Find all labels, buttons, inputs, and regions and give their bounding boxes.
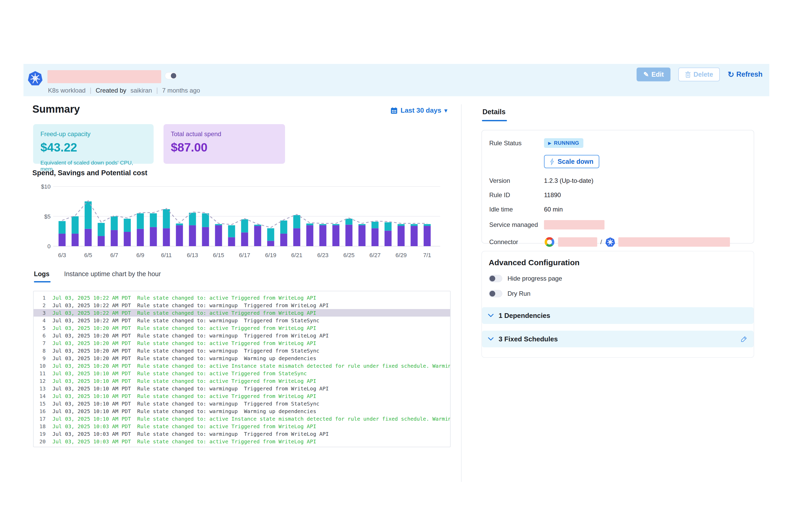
dry-run-toggle-row: Dry Run xyxy=(489,290,754,297)
hide-progress-label: Hide progress page xyxy=(508,275,562,282)
log-message: Jul 03, 2025 10:22 AM PDT Rule state cha… xyxy=(52,310,316,316)
dry-run-label: Dry Run xyxy=(508,290,530,297)
date-range-filter[interactable]: Last 30 days ▾ xyxy=(391,107,447,114)
column-divider xyxy=(461,104,461,482)
tab-uptime-chart[interactable]: Instance uptime chart by the hour xyxy=(64,270,161,278)
log-row[interactable]: 1Jul 03, 2025 10:22 AM PDT Rule state ch… xyxy=(34,294,450,302)
log-line-number: 7 xyxy=(34,340,46,346)
fixed-schedules-expander[interactable]: 3 Fixed Schedules xyxy=(482,331,754,347)
log-message: Jul 03, 2025 10:10 AM PDT Rule state cha… xyxy=(52,370,307,377)
connector-row: Connector / xyxy=(489,236,746,247)
created-by-label: Created by xyxy=(96,87,126,94)
edit-button-label: Edit xyxy=(651,71,664,78)
log-line-number: 14 xyxy=(34,393,46,399)
log-line-number: 3 xyxy=(34,310,46,316)
created-by-user: saikiran xyxy=(130,87,152,94)
log-row[interactable]: 5Jul 03, 2025 10:20 AM PDT Rule state ch… xyxy=(34,324,450,332)
log-row[interactable]: 15Jul 03, 2025 10:10 AM PDT Rule state c… xyxy=(34,400,450,407)
kubernetes-icon xyxy=(27,71,43,86)
log-row[interactable]: 11Jul 03, 2025 10:10 AM PDT Rule state c… xyxy=(34,369,450,377)
log-list[interactable]: 1Jul 03, 2025 10:22 AM PDT Rule state ch… xyxy=(33,291,451,447)
scale-down-button[interactable]: Scale down xyxy=(544,155,599,168)
refresh-button[interactable]: ↻ Refresh xyxy=(727,70,762,79)
tab-details[interactable]: Details xyxy=(482,108,506,116)
tab-logs[interactable]: Logs xyxy=(34,270,50,278)
log-line-number: 4 xyxy=(34,317,46,324)
hide-progress-toggle-row: Hide progress page xyxy=(489,275,754,282)
total-actual-spend-card: Total actual spend $87.00 xyxy=(164,124,285,164)
svg-text:6/15: 6/15 xyxy=(213,252,224,259)
version-label: Version xyxy=(489,177,544,184)
log-row[interactable]: 8Jul 03, 2025 10:20 AM PDT Rule state ch… xyxy=(34,347,450,355)
log-line-number: 1 xyxy=(34,295,46,301)
scale-down-row: Scale down xyxy=(489,155,746,168)
log-row[interactable]: 6Jul 03, 2025 10:20 AM PDT Rule state ch… xyxy=(34,332,450,339)
idle-time-value: 60 min xyxy=(544,206,563,213)
bolt-icon xyxy=(550,158,554,165)
log-row[interactable]: 3Jul 03, 2025 10:22 AM PDT Rule state ch… xyxy=(34,309,450,317)
log-message: Jul 03, 2025 10:22 AM PDT Rule state cha… xyxy=(52,295,316,301)
left-tabs: Logs Instance uptime chart by the hour xyxy=(34,270,161,278)
log-row[interactable]: 18Jul 03, 2025 10:03 AM PDT Rule state c… xyxy=(34,422,450,430)
log-line-number: 19 xyxy=(34,431,46,437)
card-value: $43.22 xyxy=(40,140,146,154)
log-row[interactable]: 14Jul 03, 2025 10:10 AM PDT Rule state c… xyxy=(34,392,450,400)
separator: | xyxy=(156,86,158,94)
log-line-number: 20 xyxy=(34,438,46,445)
log-row[interactable]: 20Jul 03, 2025 10:03 AM PDT Rule state c… xyxy=(34,438,450,445)
log-row[interactable]: 9Jul 03, 2025 10:20 AM PDT Rule state ch… xyxy=(34,355,450,362)
kubernetes-icon xyxy=(605,237,615,247)
edit-button[interactable]: ✎ Edit xyxy=(636,68,670,81)
svg-text:6/19: 6/19 xyxy=(265,252,277,259)
gcp-icon xyxy=(544,236,555,247)
dependencies-expander[interactable]: 1 Dependencies xyxy=(482,307,754,324)
pencil-icon: ✎ xyxy=(643,71,649,78)
details-tab-underline xyxy=(482,120,507,121)
svg-text:6/13: 6/13 xyxy=(187,252,198,259)
service-managed-redacted xyxy=(544,220,605,229)
log-row[interactable]: 7Jul 03, 2025 10:20 AM PDT Rule state ch… xyxy=(34,339,450,347)
card-value: $87.00 xyxy=(171,140,278,154)
log-row[interactable]: 2Jul 03, 2025 10:22 AM PDT Rule state ch… xyxy=(34,302,450,309)
log-row[interactable]: 12Jul 03, 2025 10:10 AM PDT Rule state c… xyxy=(34,377,450,385)
log-row[interactable]: 17Jul 03, 2025 10:10 AM PDT Rule state c… xyxy=(34,415,450,422)
connector-label: Connector xyxy=(489,239,544,246)
log-row[interactable]: 13Jul 03, 2025 10:10 AM PDT Rule state c… xyxy=(34,385,450,392)
toggle-knob xyxy=(171,73,176,78)
connector-cluster-redacted xyxy=(618,237,730,247)
running-status-badge: ▶ RUNNING xyxy=(544,138,583,148)
running-status-text: RUNNING xyxy=(554,140,579,146)
workload-title-redacted xyxy=(48,70,161,83)
workload-toggle[interactable] xyxy=(165,72,177,79)
separator: | xyxy=(90,86,92,94)
log-row[interactable]: 4Jul 03, 2025 10:22 AM PDT Rule state ch… xyxy=(34,317,450,324)
toggle-knob xyxy=(490,276,495,281)
log-message: Jul 03, 2025 10:03 AM PDT Rule state cha… xyxy=(52,431,329,437)
log-row[interactable]: 10Jul 03, 2025 10:20 AM PDT Rule state c… xyxy=(34,362,450,369)
svg-text:6/17: 6/17 xyxy=(239,252,250,259)
log-row[interactable]: 19Jul 03, 2025 10:03 AM PDT Rule state c… xyxy=(34,430,450,438)
refresh-icon: ↻ xyxy=(727,70,734,79)
dry-run-toggle[interactable] xyxy=(489,290,502,297)
log-message: Jul 03, 2025 10:20 AM PDT Rule state cha… xyxy=(52,348,320,354)
edit-pencil-icon[interactable] xyxy=(741,336,747,342)
log-message: Jul 03, 2025 10:20 AM PDT Rule state cha… xyxy=(52,355,316,361)
log-line-number: 17 xyxy=(34,416,46,422)
connector-project-redacted xyxy=(558,237,597,247)
svg-text:6/11: 6/11 xyxy=(161,252,172,259)
chevron-down-icon xyxy=(488,314,494,318)
log-message: Jul 03, 2025 10:03 AM PDT Rule state cha… xyxy=(52,423,316,430)
header-actions: ✎ Edit Delete ↻ Refresh xyxy=(636,68,762,81)
spend-savings-chart: 0$5$106/36/56/76/96/116/136/156/176/196/… xyxy=(31,180,451,261)
delete-button[interactable]: Delete xyxy=(678,68,720,81)
connector-separator: / xyxy=(600,239,602,246)
calendar-icon xyxy=(391,107,397,114)
log-row[interactable]: 16Jul 03, 2025 10:10 AM PDT Rule state c… xyxy=(34,407,450,415)
page: K8s workload | Created by saikiran | 7 m… xyxy=(0,0,798,532)
rule-status-row: Rule Status ▶ RUNNING xyxy=(489,138,746,148)
log-line-number: 15 xyxy=(34,401,46,407)
svg-text:$10: $10 xyxy=(41,183,51,190)
svg-text:6/21: 6/21 xyxy=(291,252,303,259)
hide-progress-toggle[interactable] xyxy=(489,275,502,282)
version-row: Version 1.2.3 (Up-to-date) xyxy=(489,177,746,184)
